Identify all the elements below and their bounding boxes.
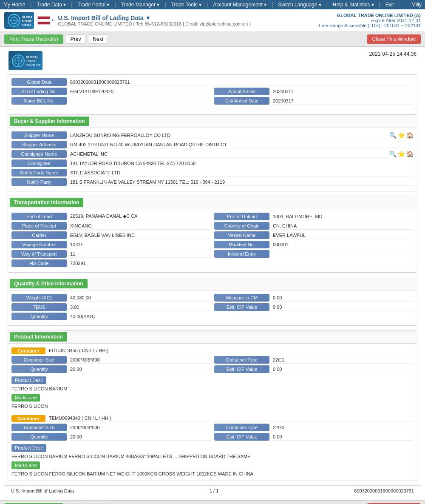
bol-label: Bill of Lading No. (11, 88, 67, 95)
container-1-badge: Container (11, 347, 45, 354)
nav-account-management[interactable]: Account Management ▾ (213, 2, 266, 8)
flag-separator: • (52, 17, 54, 23)
c1-cif-col: Esti. CIF Value 0.00 (214, 365, 414, 375)
port-unload-label: Port of Unload (214, 213, 269, 220)
master-bol-field-row: Mater BOL No. (11, 97, 211, 105)
way-inbond-row: Way of Transport 11 In-bond Entry (11, 250, 414, 259)
consignee-name-actions: 🔍 ⭐ 🏠 (389, 151, 414, 157)
prev-button-top[interactable]: Prev (66, 34, 86, 44)
country-origin-value: CN, CHINA (271, 222, 414, 230)
consignee-value: 141 TAYLOR ROAD TIBURON CA 94920 TEL 973… (68, 160, 414, 167)
header-right: GLOBAL TRADE ONLINE LIMITED (A) Expire A… (318, 13, 421, 28)
port-unload-value: 1303, BALTIMORE, MD (271, 213, 414, 220)
nav-exit[interactable]: Exit (385, 2, 394, 8)
c2-product-desc-text: FERRO SILICON BARIUM FERRO SILICON BARIU… (11, 453, 414, 460)
c1-cif-value: 0.00 (271, 366, 414, 373)
c1-product-desc-text: FERRO SILICON BARIUM (11, 385, 414, 392)
c2-type-col: Container Type 22G0 (214, 424, 414, 433)
svg-text:ONLINE LTD: ONLINE LTD (22, 24, 32, 26)
voyage-col: Voyage Number 1031E (11, 241, 211, 250)
c2-qty-label: Quantity (11, 433, 67, 441)
hs-code-label: HS Code (11, 259, 67, 267)
container-2-block: Container TEMU0694340 ( CN / L / HH ) Co… (11, 415, 414, 477)
shipper-name-row: Shipper Name LANZHOU SUNRISING FERROALLO… (11, 131, 414, 139)
container-2-qty-cif: Quantity 20.00 Esti. CIF Value 0.00 (11, 433, 414, 442)
record-header: GLOBAL TRADE ONLINE LTD 2021-04-25 14:44… (4, 51, 421, 70)
print-button-top[interactable]: Print Trade Record(s) (4, 34, 63, 44)
teus-row: TEUS 3.00 (11, 303, 211, 311)
c2-size-value: 2000*806*800 (68, 424, 211, 431)
c2-product-desc-label: Product Desc (11, 444, 46, 452)
country-origin-label: Country of Origin (214, 222, 269, 230)
way-transport-label: Way of Transport (11, 250, 67, 258)
consignee-row: Consignee 141 TAYLOR ROAD TIBURON CA 949… (11, 159, 414, 167)
buyer-supplier-title: Buyer & Supplier Information (10, 117, 89, 126)
manifest-col: Manifest No. 000001 (214, 241, 414, 250)
measure-value: 0.00 (271, 294, 414, 302)
container-1-row: Container EITU0513455 ( CN / L / HH ) (11, 347, 414, 354)
nav-trade-tools[interactable]: Trade Tools ▾ (171, 2, 201, 8)
footer-record-id: 60032020031800000023791 (354, 488, 414, 493)
record-ids-section: Global Data 60032020031800000023791 Bill… (8, 74, 417, 110)
carrier-vessel-row: Carrier EGLV, EAGLE VAN LINES INC Vessel… (11, 231, 414, 241)
c1-product-desc-area: Product Desc FERRO SILICON BARIUM Marks … (11, 376, 414, 410)
voyage-value: 1031E (68, 241, 211, 248)
carrier-col: Carrier EGLV, EAGLE VAN LINES INC (11, 231, 211, 241)
place-receipt-value: XINGANG (68, 222, 211, 230)
header-title-area: U.S. Import Bill of Lading Data ▼ GLOBAL… (58, 14, 318, 26)
shipper-search-icon[interactable]: 🔍 (389, 132, 397, 139)
record-timestamp: 2021-04-25 14:44:36 (369, 51, 416, 57)
master-bol-row: Mater BOL No. Esti Arrival Date 20200317 (11, 97, 414, 106)
shipper-home-icon[interactable]: 🏠 (406, 132, 414, 139)
qty-price-title: Quantity & Price Information (10, 279, 88, 288)
nav-trade-data[interactable]: Trade Data ▾ (37, 2, 66, 8)
nav-help[interactable]: Help & Statistics ▾ (333, 2, 374, 8)
container-1-block: Container EITU0513455 ( CN / L / HH ) Co… (11, 347, 414, 410)
consignee-home-icon[interactable]: 🏠 (406, 151, 414, 157)
actual-arrival-label: Actual Arrival (214, 88, 269, 95)
port-unload-col: Port of Unload 1303, BALTIMORE, MD (214, 213, 414, 222)
vessel-col: Vessel Name EVER LAWFUL (214, 231, 414, 241)
company-logo: GLOBAL TRADE ONLINE LTD (4, 12, 34, 29)
shipper-name-actions: 🔍 ⭐ 🏠 (389, 132, 414, 139)
c1-size-value: 2000*806*800 (68, 356, 211, 364)
c2-qty-value: 20.00 (68, 433, 211, 441)
way-transport-row: Way of Transport 11 (11, 250, 211, 258)
place-receipt-row: Place of Receipt XINGANG (11, 222, 211, 230)
inbond-row: In-bond Entry (214, 250, 414, 258)
consignee-search-icon[interactable]: 🔍 (389, 151, 397, 157)
c2-cif-col: Esti. CIF Value 0.00 (214, 433, 414, 442)
company-subtitle: GLOBAL TRADE ONLINE LIMITED ( Tel: 86-51… (58, 21, 318, 26)
c1-cif-label: Esti. CIF Value (214, 365, 269, 373)
place-receipt-label: Place of Receipt (11, 222, 67, 230)
quantity-main-value: 40.00(BAG) (68, 313, 414, 320)
nav-switch-language[interactable]: Switch Language ▾ (278, 2, 321, 8)
shipper-address-label: Shipper Address (11, 141, 67, 148)
record-ids-body: Global Data 60032020031800000023791 Bill… (8, 75, 417, 110)
weight-col: Weight (KG) 40,080.00 (11, 294, 211, 303)
company-name: GLOBAL TRADE ONLINE LIMITED (A) (318, 13, 421, 18)
next-button-top[interactable]: Next (88, 34, 108, 44)
close-button-top[interactable]: Close This Window (367, 34, 421, 44)
c1-type-col: Container Type 22G1 (214, 356, 414, 365)
consignee-star-icon[interactable]: ⭐ (398, 151, 405, 157)
nav-trade-portal[interactable]: Trade Portal ▾ (78, 2, 110, 8)
nav-my-home[interactable]: My Home (3, 2, 25, 8)
actual-arrival-value: 20200317 (271, 88, 414, 95)
nav-trade-manager[interactable]: Trade Manager ▾ (121, 2, 160, 8)
inbond-col: In-bond Entry (214, 250, 414, 259)
measure-label: Measure in CM (214, 294, 269, 302)
weight-measure-row: Weight (KG) 40,080.00 Measure in CM 0.00 (11, 294, 414, 303)
notify-party-row: Notify Party 181 S FRANKLIN AVE VALLEY S… (11, 178, 414, 186)
c2-marks-label: Marks and (11, 461, 40, 469)
svg-text:TRADE: TRADE (22, 20, 32, 23)
buyer-supplier-section: Buyer & Supplier Information Shipper Nam… (8, 114, 417, 191)
country-origin-col: Country of Origin CN, CHINA (214, 222, 414, 231)
shipper-star-icon[interactable]: ⭐ (398, 132, 405, 139)
bol-field-row: Bill of Lading No. EGLV141089120420 (11, 88, 211, 95)
consignee-name-value: ACHEMETAL INC (68, 151, 388, 158)
container-2-size-type: Container Size 2000*806*800 Container Ty… (11, 424, 414, 433)
carrier-row: Carrier EGLV, EAGLE VAN LINES INC (11, 231, 211, 239)
c2-product-desc-area: Product Desc FERRO SILICON BARIUM FERRO … (11, 444, 414, 477)
notify-party-value: 181 S FRANKLIN AVE VALLEY STREAM NY 1158… (68, 179, 414, 186)
